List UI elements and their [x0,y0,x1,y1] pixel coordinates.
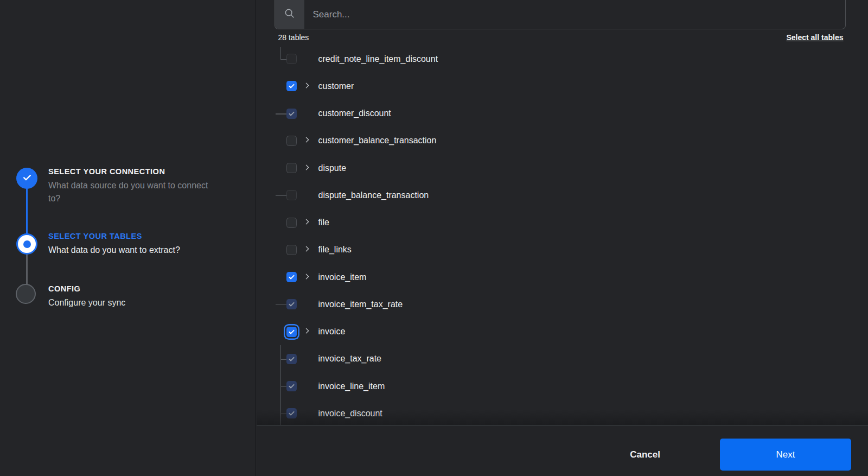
table-name: file [318,218,329,227]
chevron-right-icon [304,136,311,145]
table-name: invoice_discount [318,409,382,418]
table-row[interactable]: invoice_item_tax_rate [275,291,868,318]
chevron-right-icon [304,272,311,282]
step1-title: SELECT YOUR CONNECTION [48,166,239,177]
list-header: 28 tables Select all tables [275,29,846,46]
table-row[interactable]: invoice_tax_rate [275,345,868,372]
tree-connector [275,73,286,100]
chevron-right-icon [304,218,311,227]
step3-title: CONFIG [48,283,239,295]
step-connector-upcoming [26,255,28,284]
tree-connector [275,345,286,372]
search-icon-box [275,0,304,29]
table-name: customer_discount [318,109,391,118]
wizard-sidebar: SELECT YOUR CONNECTION What data source … [0,0,256,476]
table-row[interactable]: invoice_item [275,264,868,291]
table-checkbox[interactable] [286,245,297,255]
table-checkbox[interactable] [286,190,297,200]
tree-connector [275,373,286,400]
tree-connector [275,100,286,127]
tree-connector [275,236,286,263]
table-checkbox[interactable] [286,81,297,91]
table-checkbox[interactable] [286,381,297,391]
step1-complete-indicator[interactable] [16,168,37,189]
table-name: dispute [318,163,347,173]
table-row[interactable]: dispute [275,155,868,182]
table-name: customer [318,81,354,91]
tree-connector [275,182,286,209]
cancel-button[interactable]: Cancel [630,449,660,460]
table-row[interactable]: invoice [275,318,868,345]
check-icon [22,172,33,185]
expand-chevron[interactable] [297,81,318,91]
table-checkbox[interactable] [286,408,297,418]
table-name: file_links [318,245,352,255]
table-checkbox[interactable] [286,163,297,173]
table-checkbox[interactable] [286,327,297,337]
step3-subtitle: Configure your sync [48,296,239,309]
table-list: credit_note_line_item_discount customer … [275,46,868,426]
step2-select-tables[interactable]: SELECT YOUR TABLES What data do you want… [48,231,239,257]
radio-dot-icon [23,240,31,248]
expand-chevron[interactable] [297,218,318,227]
expand-chevron[interactable] [297,327,318,337]
step1-select-connection[interactable]: SELECT YOUR CONNECTION What data source … [48,166,239,205]
table-row[interactable]: customer [275,73,868,100]
search-icon [284,8,296,22]
step3-config[interactable]: CONFIG Configure your sync [48,283,239,309]
table-name: credit_note_line_item_discount [318,54,438,64]
step2-title: SELECT YOUR TABLES [48,231,239,242]
chevron-right-icon [304,81,311,91]
table-row[interactable]: dispute_balance_transaction [275,182,868,209]
table-name: invoice_item [318,272,367,282]
chevron-right-icon [304,163,311,173]
table-row[interactable]: file [275,209,868,236]
chevron-right-icon [304,245,311,255]
step3-upcoming-indicator[interactable] [16,284,36,304]
select-all-tables-link[interactable]: Select all tables [786,33,843,42]
step2-current-indicator[interactable] [16,233,37,255]
tree-connector [275,318,286,345]
table-checkbox[interactable] [286,272,297,282]
next-button[interactable]: Next [720,439,851,471]
table-row[interactable]: customer_balance_transaction [275,127,868,154]
tree-connector [275,291,286,318]
tree-connector [275,264,286,291]
tables-count: 28 tables [278,33,309,42]
tree-connector [275,46,286,73]
table-name: invoice_tax_rate [318,354,382,364]
expand-chevron[interactable] [297,163,318,173]
step1-subtitle-line1: What data source do you want to connect [48,179,239,192]
expand-chevron[interactable] [297,272,318,282]
table-checkbox[interactable] [286,109,297,119]
table-name: invoice_item_tax_rate [318,300,403,309]
table-name: invoice_line_item [318,382,385,391]
table-row[interactable]: invoice_line_item [275,373,868,400]
tree-connector [275,155,286,182]
tree-connector [275,209,286,236]
tree-connector [275,400,286,425]
chevron-right-icon [304,327,311,337]
table-row[interactable]: customer_discount [275,100,868,127]
search-bar [275,0,846,29]
table-selection-panel: 28 tables Select all tables credit_note_… [257,0,868,476]
step1-subtitle-line2: to? [48,192,239,205]
table-row[interactable]: invoice_discount [275,400,868,425]
table-checkbox[interactable] [286,54,297,64]
table-row[interactable]: credit_note_line_item_discount [275,46,868,73]
table-checkbox[interactable] [286,354,297,364]
table-name: dispute_balance_transaction [318,191,429,200]
tree-connector [275,127,286,154]
footer-action-bar: Cancel Next [257,425,868,476]
search-input[interactable] [304,0,845,29]
table-checkbox[interactable] [286,218,297,228]
expand-chevron[interactable] [297,245,318,255]
table-name: customer_balance_transaction [318,136,437,145]
step-connector-complete [26,188,28,234]
table-name: invoice [318,327,346,337]
table-row[interactable]: file_links [275,236,868,263]
step2-subtitle: What data do you want to extract? [48,244,239,257]
expand-chevron[interactable] [297,136,318,145]
table-checkbox[interactable] [286,136,297,146]
table-checkbox[interactable] [286,299,297,309]
